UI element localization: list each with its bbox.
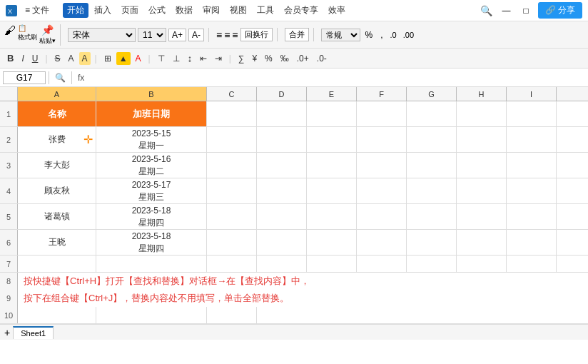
cell-e4[interactable]	[307, 178, 357, 203]
col-header-b[interactable]: B	[96, 87, 207, 101]
cell-reference[interactable]	[3, 71, 46, 84]
cell-h2[interactable]	[457, 127, 507, 152]
cell-f5[interactable]	[357, 204, 407, 229]
cell-g5[interactable]	[407, 204, 457, 229]
cell-c1[interactable]	[207, 101, 257, 126]
font-size-select[interactable]: 11	[138, 28, 166, 42]
menu-page[interactable]: 页面	[117, 3, 143, 18]
cell-e3[interactable]	[307, 153, 357, 178]
cell-h7[interactable]	[457, 256, 507, 272]
cell-b6[interactable]: 2023-5-18 星期四	[96, 230, 207, 255]
col-header-h[interactable]: H	[457, 87, 507, 101]
cell-e2[interactable]	[307, 127, 357, 152]
format-painter-icon[interactable]: 🖌	[4, 24, 16, 46]
cell-h1[interactable]	[457, 101, 507, 126]
cell-a10[interactable]	[18, 307, 96, 323]
menu-review[interactable]: 审阅	[198, 3, 224, 18]
paste-main-icon[interactable]: 📌	[41, 24, 54, 36]
col-header-c[interactable]: C	[207, 87, 257, 101]
cell-f2[interactable]	[357, 127, 407, 152]
cell-g7[interactable]	[407, 256, 457, 272]
cell-e6[interactable]	[307, 230, 357, 255]
cell-d5[interactable]	[257, 204, 307, 229]
align-center-btn[interactable]: ≡	[224, 29, 230, 41]
merge-btn[interactable]: 合并	[285, 28, 309, 41]
cell-g3[interactable]	[407, 153, 457, 178]
cell-d1[interactable]	[257, 101, 307, 126]
align-bottom-btn[interactable]: ↨	[185, 52, 195, 65]
menu-start[interactable]: 开始	[63, 3, 88, 18]
highlight-btn[interactable]: A	[79, 52, 91, 65]
cell-i7[interactable]	[507, 256, 557, 272]
col-header-a[interactable]: A	[18, 87, 96, 101]
cell-i6[interactable]	[507, 230, 557, 255]
cell-d3[interactable]	[257, 153, 307, 178]
paste-icon[interactable]: 📋	[18, 24, 37, 32]
add-sheet-btn[interactable]: +	[4, 327, 10, 338]
cell-c3[interactable]	[207, 153, 257, 178]
cell-d2[interactable]	[257, 127, 307, 152]
strikethrough-btn[interactable]: S	[52, 52, 64, 65]
cell-b5[interactable]: 2023-5-18 星期四	[96, 204, 207, 229]
cell-a6[interactable]: 王晓	[18, 230, 96, 255]
cell-a3[interactable]: 李大彭	[18, 153, 96, 178]
cell-h6[interactable]	[457, 230, 507, 255]
cell-b4[interactable]: 2023-5-17 星期三	[96, 178, 207, 203]
cell-b2[interactable]: 2023-5-15 星期一	[96, 127, 207, 152]
cell-b10[interactable]	[96, 307, 207, 323]
cell-c7[interactable]	[207, 256, 257, 272]
cell-f4[interactable]	[357, 178, 407, 203]
font-color-btn[interactable]: A	[66, 52, 77, 65]
cell-e7[interactable]	[307, 256, 357, 272]
comma-icon[interactable]: ,	[377, 29, 385, 41]
increase-decimal-btn[interactable]: .0+	[294, 52, 312, 65]
number-format-select[interactable]: 常规	[321, 29, 360, 41]
cell-i3[interactable]	[507, 153, 557, 178]
percent-icon[interactable]: %	[363, 29, 376, 41]
menu-member[interactable]: 会员专享	[280, 3, 323, 18]
cell-i1[interactable]	[507, 101, 557, 126]
menu-item-file[interactable]: ≡ 文件	[21, 3, 53, 18]
cell-f1[interactable]	[357, 101, 407, 126]
cell-d4[interactable]	[257, 178, 307, 203]
cell-g4[interactable]	[407, 178, 457, 203]
italic-btn[interactable]: I	[19, 52, 26, 65]
cell-h3[interactable]	[457, 153, 507, 178]
window-minimize[interactable]: —	[498, 4, 514, 17]
cell-f7[interactable]	[357, 256, 407, 272]
col-header-g[interactable]: G	[407, 87, 457, 101]
col-header-i[interactable]: I	[507, 87, 557, 101]
align-right-btn[interactable]: ≡	[232, 29, 238, 41]
header-cell-a1[interactable]: 名称	[18, 101, 96, 126]
cell-c6[interactable]	[207, 230, 257, 255]
align-left-btn[interactable]: ≡	[216, 29, 222, 41]
underline-btn[interactable]: U	[29, 52, 41, 65]
fill-color-btn[interactable]: ▲	[116, 52, 131, 65]
share-button[interactable]: 🔗 分享	[538, 2, 582, 19]
header-cell-b1[interactable]: 加班日期	[96, 101, 207, 126]
indent-left-btn[interactable]: ⇤	[197, 52, 210, 65]
cell-h4[interactable]	[457, 178, 507, 203]
menu-formula[interactable]: 公式	[144, 3, 170, 18]
font-decrease-btn[interactable]: A-	[188, 29, 204, 41]
wrap-text-btn[interactable]: 回换行	[240, 28, 273, 41]
col-header-e[interactable]: E	[307, 87, 357, 101]
cell-i2[interactable]	[507, 127, 557, 152]
sum-btn[interactable]: ∑	[235, 52, 248, 65]
cell-c10[interactable]	[207, 307, 257, 323]
decimal-decrease[interactable]: .00	[401, 30, 416, 40]
cell-b7[interactable]	[96, 256, 207, 272]
cell-c4[interactable]	[207, 178, 257, 203]
sep-decimal-btn[interactable]: ‰	[278, 52, 292, 65]
cell-a5[interactable]: 诸葛镇	[18, 204, 96, 229]
font-name-select[interactable]: 宋体	[68, 28, 136, 42]
cell-c5[interactable]	[207, 204, 257, 229]
cell-d6[interactable]	[257, 230, 307, 255]
cell-b3[interactable]: 2023-5-16 星期二	[96, 153, 207, 178]
bold-btn[interactable]: B	[4, 51, 16, 65]
menu-data[interactable]: 数据	[171, 3, 197, 18]
cell-a4[interactable]: 顾友秋	[18, 178, 96, 203]
cell-f3[interactable]	[357, 153, 407, 178]
cell-i5[interactable]	[507, 204, 557, 229]
window-maximize[interactable]: □	[519, 4, 532, 17]
